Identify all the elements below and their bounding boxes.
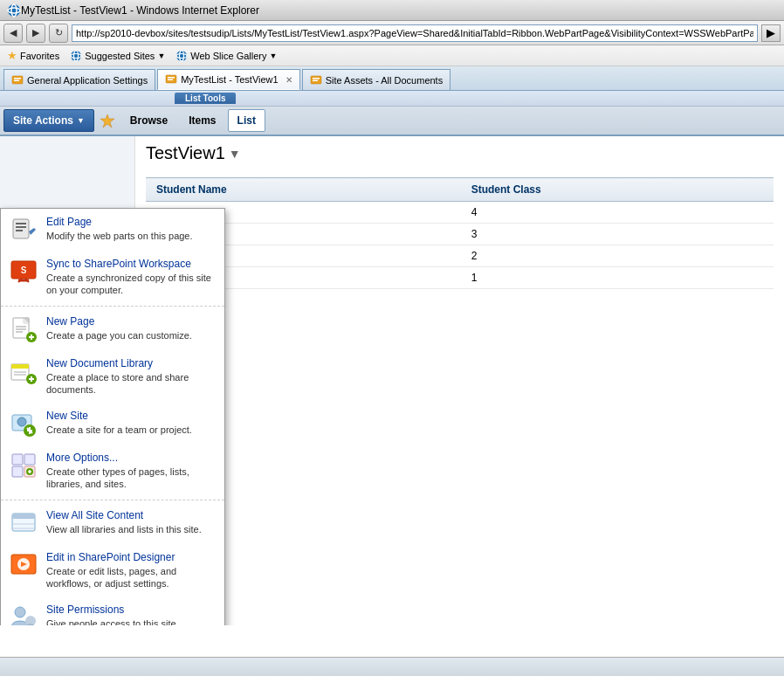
menu-new-page[interactable]: New Page Create a page you can customize… — [1, 308, 224, 350]
tab-mytestlist-label: MyTestList - TestView1 — [181, 74, 278, 85]
svg-rect-11 — [14, 79, 19, 81]
go-button[interactable]: ▶ — [761, 24, 781, 42]
column-student-class: Student Class — [461, 178, 774, 202]
column-student-name: Student Name — [146, 178, 461, 202]
table-row: NEW 2 — [146, 245, 774, 267]
web-slice-gallery-label: Web Slice Gallery — [190, 51, 266, 61]
content-area: TestView1 ▼ Student Name Student Class N… — [135, 136, 784, 625]
ribbon-star-icon — [100, 113, 115, 128]
menu-edit-spd[interactable]: Edit in SharePoint Designer Create or ed… — [1, 544, 224, 597]
tab-settings-icon — [11, 74, 24, 86]
edit-spd-desc: Create or edit lists, pages, and workflo… — [46, 565, 216, 590]
items-tab[interactable]: Items — [179, 109, 225, 132]
svg-text:S: S — [21, 266, 27, 275]
tab-site-assets[interactable]: Site Assets - All Documents — [302, 69, 451, 90]
svg-point-44 — [17, 417, 26, 426]
list-tab[interactable]: List — [228, 109, 265, 132]
menu-new-doc-library[interactable]: New Document Library Create a place to s… — [1, 350, 224, 404]
svg-rect-10 — [14, 78, 21, 79]
web-slice-arrow: ▼ — [270, 52, 278, 60]
svg-point-6 — [176, 51, 187, 61]
svg-rect-20 — [16, 223, 26, 224]
site-actions-menu: Edit Page Modify the web parts on this p… — [0, 208, 225, 625]
title-bar: MyTestList - TestView1 - Windows Interne… — [0, 0, 784, 21]
list-table: Student Name Student Class NEW 4 NEW — [146, 177, 774, 289]
more-options-icon — [10, 452, 38, 479]
ribbon: List Tools Site Actions ▼ Browse Items L… — [0, 91, 784, 136]
address-bar: ◀ ▶ ↻ ▶ — [0, 21, 784, 45]
tab-close-button[interactable]: ✕ — [285, 75, 292, 85]
svg-rect-17 — [313, 79, 318, 81]
row-4-class: 1 — [461, 267, 774, 289]
edit-page-title: Edit Page — [46, 216, 193, 228]
web-slice-gallery[interactable]: Web Slice Gallery ▼ — [175, 50, 277, 62]
site-actions-button[interactable]: Site Actions ▼ — [3, 109, 94, 132]
svg-rect-49 — [24, 454, 35, 465]
star-icon: ★ — [7, 49, 17, 62]
favorites-bar: ★ Favorites Suggested Sites ▼ Web Slice … — [0, 45, 784, 66]
back-button[interactable]: ◀ — [3, 24, 23, 43]
window-title: MyTestList - TestView1 - Windows Interne… — [21, 4, 259, 17]
svg-marker-23 — [29, 228, 36, 235]
svg-rect-56 — [12, 514, 35, 519]
permissions-icon — [10, 604, 38, 625]
favorites-button[interactable]: ★ Favorites — [7, 49, 59, 62]
edit-spd-title: Edit in SharePoint Designer — [46, 551, 216, 563]
svg-point-3 — [71, 51, 81, 61]
more-options-title: More Options... — [46, 452, 216, 464]
forward-button[interactable]: ▶ — [26, 24, 45, 43]
edit-page-desc: Modify the web parts on this page. — [46, 230, 193, 242]
tab-site-assets-label: Site Assets - All Documents — [326, 75, 444, 86]
tab-mytestlist[interactable]: MyTestList - TestView1 ✕ — [157, 69, 299, 90]
table-row: NEW 3 — [146, 224, 774, 245]
sync-icon: S — [10, 258, 38, 286]
menu-new-site[interactable]: New Site Create a site for a team or pro… — [1, 403, 224, 445]
svg-point-61 — [15, 607, 25, 617]
row-3-class: 2 — [461, 245, 774, 267]
row-1-class: 4 — [461, 202, 774, 224]
svg-rect-21 — [16, 226, 26, 228]
site-actions-label: Site Actions — [13, 114, 73, 127]
site-permissions-title: Site Permissions — [46, 604, 179, 616]
svg-rect-50 — [12, 466, 23, 477]
menu-sync-sharepoint[interactable]: S Sync to SharePoint Workspace Create a … — [1, 251, 224, 304]
view-all-desc: View all libraries and lists in this sit… — [46, 523, 202, 535]
suggested-sites-label: Suggested Sites — [85, 51, 155, 61]
new-doc-lib-title: New Document Library — [46, 357, 216, 369]
spd-icon — [10, 551, 38, 579]
list-tbody: NEW 4 NEW 3 NEW — [146, 202, 774, 289]
new-page-desc: Create a page you can customize. — [46, 329, 192, 341]
refresh-button[interactable]: ↻ — [49, 24, 68, 43]
ribbon-tools-row: List Tools — [0, 91, 784, 107]
menu-more-options[interactable]: More Options... Create other types of pa… — [1, 445, 224, 498]
svg-rect-22 — [16, 230, 23, 231]
svg-point-62 — [25, 616, 36, 625]
table-row: NEW 1 — [146, 267, 774, 289]
ie-icon — [7, 3, 21, 17]
menu-view-all-content[interactable]: View All Site Content View all libraries… — [1, 502, 224, 544]
address-input[interactable] — [72, 24, 758, 42]
menu-separator-1 — [1, 306, 224, 307]
table-row: NEW 4 — [146, 202, 774, 224]
menu-site-permissions[interactable]: Site Permissions Give people access to t… — [1, 597, 224, 625]
page-title-dropdown[interactable]: ▼ — [229, 147, 241, 161]
new-site-icon — [10, 410, 38, 438]
tab-general-settings-label: General Application Settings — [27, 75, 148, 86]
site-permissions-desc: Give people access to this site. — [46, 617, 179, 625]
tab-general-settings[interactable]: General Application Settings — [3, 69, 155, 90]
row-2-class: 3 — [461, 224, 774, 245]
suggested-sites[interactable]: Suggested Sites ▼ — [70, 50, 165, 62]
main-area: Edit Page Modify the web parts on this p… — [0, 136, 784, 625]
more-options-desc: Create other types of pages, lists, libr… — [46, 466, 216, 491]
svg-rect-13 — [168, 77, 175, 79]
ribbon-main-row: Site Actions ▼ Browse Items List — [0, 107, 784, 135]
sync-sharepoint-desc: Create a synchronized copy of this site … — [46, 272, 216, 297]
site-actions-arrow: ▼ — [77, 116, 85, 125]
ribbon-icon-button[interactable] — [96, 109, 119, 132]
web-slice-icon — [175, 50, 188, 62]
new-doc-lib-icon — [10, 357, 38, 385]
browse-tab[interactable]: Browse — [120, 109, 177, 132]
svg-rect-19 — [13, 219, 29, 238]
new-site-desc: Create a site for a team or project. — [46, 424, 192, 436]
menu-edit-page[interactable]: Edit Page Modify the web parts on this p… — [1, 209, 224, 251]
